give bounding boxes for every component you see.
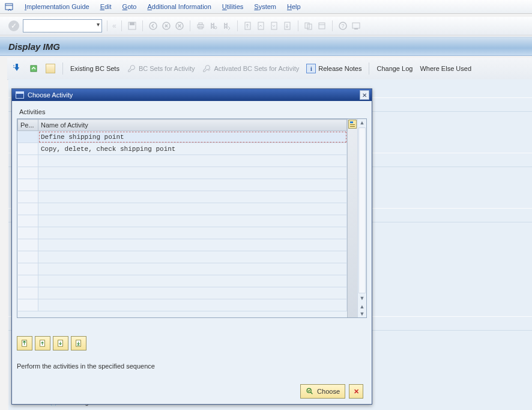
- table-row[interactable]: [18, 263, 347, 275]
- cancel-button[interactable]: ✕: [349, 384, 363, 399]
- toolbar-separator: [62, 63, 63, 75]
- toolbar-separator: [190, 20, 190, 31]
- choose-activity-dialog: Choose Activity ✕ Activities Pe... Name …: [11, 88, 372, 405]
- help-icon[interactable]: ?: [337, 20, 348, 31]
- last-page-button[interactable]: [71, 336, 86, 350]
- column-header-perform[interactable]: Pe...: [18, 120, 38, 131]
- menu-additional-information[interactable]: Additional Information: [147, 3, 211, 10]
- dialog-titlebar[interactable]: Choose Activity ✕: [12, 89, 372, 101]
- first-page-icon[interactable]: [243, 20, 253, 31]
- expand-all-icon[interactable]: [12, 64, 22, 73]
- cell-activity: Copy, delete, check shipping point: [38, 143, 347, 155]
- svg-rect-21: [354, 28, 358, 29]
- dialog-title: Choose Activity: [28, 91, 73, 99]
- print-icon[interactable]: [195, 20, 206, 31]
- cancel-circle-icon[interactable]: [174, 20, 185, 31]
- cell-perform: [18, 131, 38, 143]
- activities-grid: Pe... Name of Activity Define shipping p…: [17, 118, 367, 318]
- table-row[interactable]: Copy, delete, check shipping point: [18, 143, 347, 155]
- choose-button[interactable]: Choose: [300, 384, 345, 399]
- table-row[interactable]: [18, 167, 347, 179]
- toolbar-iconset-3: [195, 20, 232, 31]
- next-page-icon[interactable]: [269, 20, 280, 31]
- back-circle-icon[interactable]: [148, 20, 159, 31]
- scroll-down-icon[interactable]: ▼: [360, 295, 365, 302]
- layout-icon[interactable]: [351, 20, 361, 31]
- dialog-close-button[interactable]: ✕: [360, 90, 369, 100]
- activated-bc-sets-button[interactable]: Activated BC Sets for Activity: [202, 64, 299, 73]
- change-log-button[interactable]: Change Log: [376, 65, 413, 72]
- scroll-up-icon[interactable]: ▲: [360, 119, 365, 126]
- toolbar-iconset-5: [303, 20, 327, 31]
- menu-system[interactable]: System: [254, 3, 276, 10]
- where-else-used-button[interactable]: Where Else Used: [420, 65, 471, 72]
- table-scrollbar[interactable]: ▲ ▼ ▲ ▼: [357, 119, 366, 317]
- bc-sets-label: BC Sets for Activity: [139, 65, 195, 72]
- activities-group-label: Activities: [17, 107, 367, 117]
- menu-edit[interactable]: Edit: [100, 3, 112, 10]
- scroll-track[interactable]: [358, 127, 366, 293]
- menu-utilities[interactable]: Utilities: [222, 3, 243, 10]
- wrench-check-icon: [202, 64, 211, 73]
- last-page-icon[interactable]: [282, 20, 293, 31]
- toolbar-iconset-6: ?: [337, 20, 361, 31]
- toolbar-iconset-2: [148, 20, 185, 31]
- table-row[interactable]: [18, 179, 347, 191]
- enter-button[interactable]: ✓: [8, 20, 19, 31]
- magnifier-check-icon: [306, 387, 314, 396]
- prev-page-button[interactable]: [35, 336, 50, 350]
- column-header-activity[interactable]: Name of Activity: [38, 120, 347, 131]
- command-field[interactable]: [23, 19, 102, 32]
- where-used-icon[interactable]: [46, 64, 55, 73]
- svg-rect-0: [5, 4, 13, 10]
- find-icon[interactable]: [208, 20, 219, 31]
- dialog-footer: Choose ✕: [17, 382, 367, 400]
- collapse-all-icon[interactable]: [29, 64, 38, 73]
- cell-activity: Define shipping point: [38, 131, 347, 143]
- table-row[interactable]: [18, 215, 347, 227]
- table-row[interactable]: [18, 191, 347, 203]
- svg-rect-8: [199, 23, 202, 25]
- table-settings-button[interactable]: [348, 120, 357, 129]
- dialog-instruction-text: Perform the activities in the specified …: [17, 363, 367, 370]
- table-row[interactable]: [18, 155, 347, 167]
- dialog-body: Activities Pe... Name of Activity: [12, 101, 372, 404]
- table-row[interactable]: [18, 251, 347, 263]
- choose-button-label: Choose: [317, 388, 340, 395]
- menu-implementation-guide[interactable]: Implementation Guide: [25, 3, 89, 10]
- dialog-window-icon: [16, 91, 24, 99]
- activities-table[interactable]: Pe... Name of Activity Define shipping p…: [17, 119, 347, 317]
- info-icon: i: [306, 64, 316, 73]
- prev-page-icon[interactable]: [256, 20, 267, 31]
- scroll-up-icon[interactable]: ▲: [360, 303, 365, 310]
- shortcut-icon[interactable]: [316, 20, 327, 31]
- toolbar-separator: [107, 20, 107, 31]
- find-next-icon[interactable]: [222, 20, 232, 31]
- menu-help[interactable]: Help: [287, 3, 301, 10]
- table-row[interactable]: [18, 203, 347, 215]
- scroll-down-icon[interactable]: ▼: [360, 310, 365, 317]
- first-page-button[interactable]: [17, 336, 32, 350]
- new-session-icon[interactable]: [303, 20, 314, 31]
- release-notes-button[interactable]: i Release Notes: [306, 64, 361, 73]
- next-page-button[interactable]: [53, 336, 68, 350]
- app-menu-icon[interactable]: [5, 2, 14, 11]
- svg-line-32: [310, 392, 312, 394]
- toolbar-iconset-1: [127, 20, 138, 31]
- table-row[interactable]: [18, 287, 347, 299]
- back-icon[interactable]: «: [112, 22, 116, 30]
- existing-bc-sets-button[interactable]: Existing BC Sets: [70, 65, 119, 72]
- table-row[interactable]: [18, 299, 347, 311]
- table-row[interactable]: [18, 275, 347, 287]
- toolbar-separator: [142, 20, 143, 31]
- save-icon[interactable]: [127, 20, 138, 31]
- nav-arrows: «: [112, 22, 116, 30]
- bc-sets-for-activity-button[interactable]: BC Sets for Activity: [127, 64, 195, 73]
- exit-circle-icon[interactable]: [161, 20, 172, 31]
- svg-text:?: ?: [341, 23, 344, 29]
- table-row[interactable]: [18, 239, 347, 251]
- activated-bc-sets-label: Activated BC Sets for Activity: [214, 65, 299, 72]
- menu-goto[interactable]: Goto: [122, 3, 137, 10]
- table-row[interactable]: [18, 227, 347, 239]
- table-row[interactable]: Define shipping point: [18, 131, 347, 143]
